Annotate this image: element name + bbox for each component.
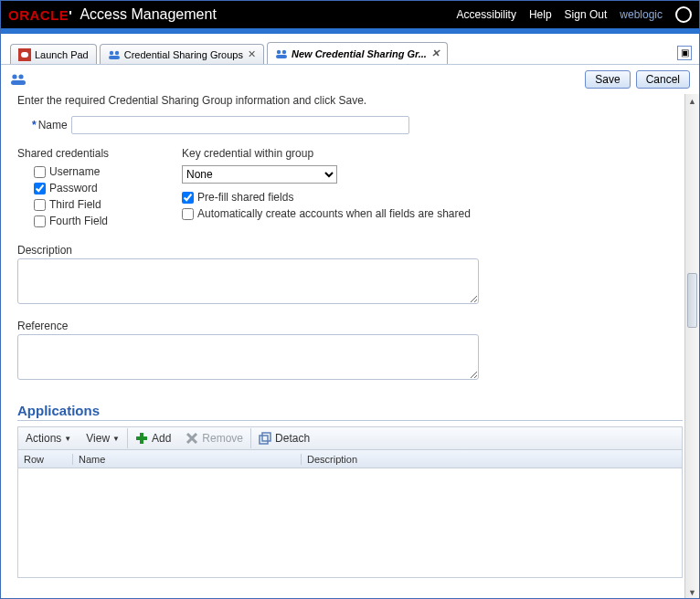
auto-create-label: Automatically create accounts when all f…: [197, 207, 471, 220]
required-asterisk: *: [32, 119, 37, 131]
oracle-square-icon: [18, 48, 31, 61]
fourth-field-checkbox[interactable]: [34, 215, 46, 227]
auto-create-checkbox[interactable]: [182, 208, 194, 220]
svg-point-5: [277, 49, 281, 53]
tab-launch-pad[interactable]: Launch Pad: [10, 44, 97, 64]
col-name: Name: [73, 454, 302, 465]
cancel-button[interactable]: Cancel: [636, 70, 690, 89]
key-credential-select[interactable]: None: [182, 165, 337, 184]
oracle-ring-icon: [675, 6, 692, 23]
brand-logo: ORACLE': [8, 7, 72, 23]
add-button[interactable]: Add: [128, 432, 178, 445]
name-label: Name: [38, 119, 68, 131]
description-textarea[interactable]: [17, 258, 479, 304]
plus-icon: [135, 432, 148, 445]
scroll-up-icon[interactable]: ▲: [685, 94, 699, 109]
scroll-track[interactable]: [685, 109, 699, 585]
svg-point-2: [110, 50, 113, 54]
svg-rect-7: [276, 55, 287, 58]
vertical-scrollbar[interactable]: ▲ ▼: [684, 94, 699, 599]
applications-toolbar: Actions▼ View▼ Add Remove Detach: [17, 426, 683, 450]
svg-point-6: [282, 49, 286, 53]
close-icon[interactable]: ✕: [248, 48, 256, 60]
detach-icon: [259, 432, 271, 445]
tab-label: Launch Pad: [35, 49, 89, 60]
third-field-label: Third Field: [49, 198, 101, 211]
group-icon: [10, 72, 27, 87]
group-icon: [108, 48, 121, 61]
chevron-down-icon: ▼: [64, 435, 71, 443]
reference-label: Reference: [17, 320, 683, 332]
description-label: Description: [17, 244, 683, 257]
group-icon: [275, 47, 288, 60]
applications-heading: Applications: [17, 403, 683, 421]
scroll-down-icon[interactable]: ▼: [685, 585, 699, 599]
add-label: Add: [152, 432, 171, 445]
fourth-field-label: Fourth Field: [49, 215, 108, 227]
scroll-thumb[interactable]: [687, 273, 697, 328]
intro-text: Enter the required Credential Sharing Gr…: [17, 94, 683, 107]
col-description: Description: [302, 454, 682, 465]
current-user: weblogic: [620, 8, 663, 21]
svg-point-3: [115, 50, 119, 54]
username-label: Username: [49, 165, 100, 178]
detach-button[interactable]: Detach: [251, 432, 317, 445]
tab-label: Credential Sharing Groups: [124, 49, 243, 60]
chevron-down-icon: ▼: [112, 435, 120, 443]
prefill-checkbox[interactable]: [182, 192, 194, 204]
svg-rect-15: [260, 436, 268, 444]
help-link[interactable]: Help: [529, 8, 552, 21]
key-credential-heading: Key credential within group: [182, 147, 471, 160]
svg-rect-10: [11, 80, 26, 85]
remove-label: Remove: [202, 432, 243, 445]
close-icon[interactable]: ✕: [431, 47, 440, 59]
view-menu[interactable]: View▼: [79, 432, 127, 445]
password-label: Password: [49, 182, 98, 194]
action-bar: Save Cancel: [1, 65, 699, 94]
username-checkbox[interactable]: [34, 166, 46, 178]
svg-rect-12: [136, 436, 147, 440]
prefill-label: Pre-fill shared fields: [197, 191, 293, 204]
svg-point-8: [12, 74, 16, 79]
detach-label: Detach: [275, 432, 310, 445]
reference-textarea[interactable]: [17, 334, 479, 380]
x-icon: [186, 432, 198, 445]
tab-credential-sharing-groups[interactable]: Credential Sharing Groups ✕: [100, 44, 264, 64]
applications-table-header: Row Name Description: [17, 450, 683, 468]
view-label: View: [86, 432, 110, 445]
app-header: ORACLE' Access Management Accessibility …: [1, 1, 699, 28]
tab-strip: Launch Pad Credential Sharing Groups ✕ N…: [1, 43, 699, 65]
form-panel: Enter the required Credential Sharing Gr…: [1, 94, 699, 599]
svg-rect-16: [262, 433, 270, 441]
tab-overflow-icon[interactable]: ▣: [677, 46, 692, 60]
signout-link[interactable]: Sign Out: [565, 8, 608, 21]
tab-label: New Credential Sharing Gr...: [292, 48, 427, 59]
svg-rect-1: [21, 52, 28, 58]
remove-button[interactable]: Remove: [178, 432, 250, 445]
svg-rect-4: [109, 56, 120, 59]
actions-label: Actions: [26, 432, 61, 445]
svg-point-9: [18, 74, 23, 79]
applications-table-body: [17, 468, 683, 578]
app-title: Access Management: [80, 6, 216, 23]
tab-new-credential-sharing-group[interactable]: New Credential Sharing Gr... ✕: [267, 42, 448, 64]
actions-menu[interactable]: Actions▼: [18, 432, 79, 445]
name-input[interactable]: [71, 116, 409, 134]
col-row: Row: [18, 454, 73, 465]
shared-credentials-heading: Shared credentials: [17, 147, 154, 160]
third-field-checkbox[interactable]: [34, 199, 46, 211]
accessibility-link[interactable]: Accessibility: [457, 8, 516, 21]
save-button[interactable]: Save: [585, 70, 630, 89]
password-checkbox[interactable]: [34, 183, 46, 194]
